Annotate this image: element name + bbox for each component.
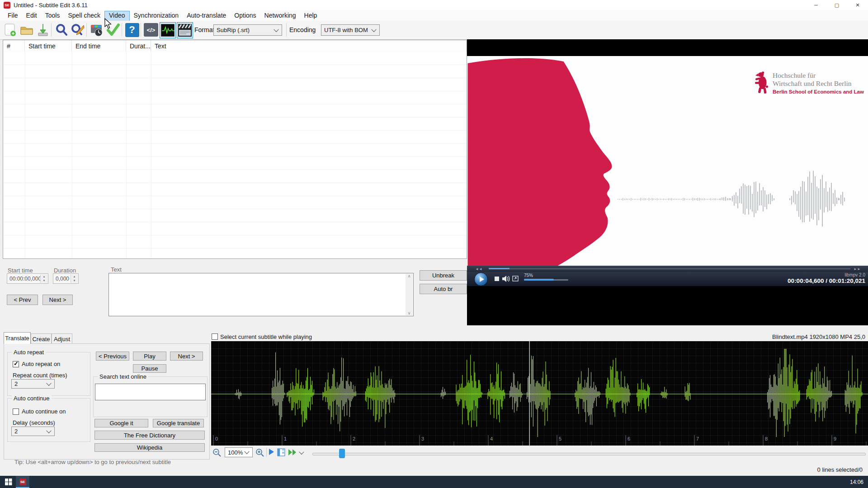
visual-sync-icon <box>90 23 104 37</box>
next-subtitle-button[interactable]: Next > <box>42 295 73 305</box>
auto-repeat-checkbox[interactable] <box>13 361 19 367</box>
video-player: Hochschule für Wirtschaft und Recht Berl… <box>467 39 868 325</box>
video-file-info: Blindtext.mp4 868x488 MP4 25,0 <box>772 333 865 340</box>
replace-button[interactable] <box>70 22 85 38</box>
auto-br-button[interactable]: Auto br <box>420 284 467 294</box>
chevron-down-icon <box>371 27 376 32</box>
waveform-zoom-select[interactable]: 100% <box>225 447 253 457</box>
status-lines-selected: 0 lines selected/0 <box>817 466 863 473</box>
tab-adjust[interactable]: Adjust <box>52 333 72 344</box>
scrollbar[interactable]: ∧∨ <box>406 274 413 315</box>
new-file-button[interactable] <box>2 22 18 38</box>
video-toggle-button[interactable] <box>177 22 193 38</box>
spinner-arrows-icon[interactable]: ▲▼ <box>71 274 78 283</box>
save-button[interactable] <box>35 22 51 38</box>
wikipedia-button[interactable]: Wikipedia <box>94 443 205 452</box>
subtitle-list[interactable]: #Start timeEnd timeDurat...Text <box>3 40 467 259</box>
close-button[interactable]: ✕ <box>847 0 868 10</box>
subtitle-text-area[interactable]: ∧∨ <box>108 273 414 316</box>
column-header-starttime[interactable]: Start time <box>25 40 72 52</box>
auto-continue-checkbox[interactable] <box>13 408 19 415</box>
tab-translate[interactable]: Translate <box>4 332 31 344</box>
free-dictionary-button[interactable]: The Free Dictionary <box>94 431 205 440</box>
search-text-input[interactable] <box>95 384 206 400</box>
scroll-down-icon[interactable]: ∨ <box>408 311 411 315</box>
menu-file[interactable]: File <box>4 11 22 20</box>
waveform-display[interactable]: 0123456789 <box>211 341 868 446</box>
format-label: Format <box>194 26 214 33</box>
start-time-field[interactable]: 00:00:00,000 ▲▼ <box>7 273 48 284</box>
svg-text:0: 0 <box>215 436 218 441</box>
video-seek-bar[interactable]: ◄◄ ►► <box>467 266 868 272</box>
encoding-select[interactable]: UTF-8 with BOM <box>321 24 380 36</box>
zoom-in-icon[interactable] <box>255 448 264 457</box>
column-header-durat[interactable]: Durat... <box>126 40 151 52</box>
bottom-panel: Translate Create Adjust Auto repeat Auto… <box>0 329 868 476</box>
select-current-subtitle-checkbox[interactable] <box>212 333 218 340</box>
chevron-down-icon <box>46 428 51 433</box>
slider-thumb[interactable] <box>339 449 345 458</box>
scroll-up-icon[interactable]: ∧ <box>408 274 411 278</box>
menu-synchronization[interactable]: Synchronization <box>130 11 183 20</box>
subtitle-edit-icon: SE <box>19 479 26 485</box>
taskbar-subtitle-edit[interactable]: SE <box>16 476 29 488</box>
chevron-down-icon[interactable] <box>299 450 304 455</box>
fast-forward-icon[interactable] <box>288 449 297 456</box>
open-folder-icon <box>20 24 33 36</box>
toolbar: ? </> Format SubRip (.srt) <box>0 21 868 40</box>
source-view-button[interactable]: </> <box>143 22 159 38</box>
google-it-button[interactable]: Google it <box>94 419 148 427</box>
zoom-out-icon[interactable] <box>212 448 222 457</box>
menu-edit[interactable]: Edit <box>22 11 41 20</box>
previous-button[interactable]: < Previous <box>96 352 129 361</box>
play-button[interactable] <box>474 272 488 286</box>
source-view-icon: </> <box>144 23 158 37</box>
menu-options[interactable]: Options <box>230 11 260 20</box>
next-button[interactable]: Next > <box>170 352 203 361</box>
column-header-text[interactable]: Text <box>151 40 467 52</box>
logo-text-line1: Hochschule für <box>773 71 864 80</box>
format-select[interactable]: SubRip (.srt) <box>213 24 282 36</box>
minimize-button[interactable]: ─ <box>806 0 826 10</box>
google-translate-button[interactable]: Google translate <box>153 419 204 427</box>
list-body[interactable] <box>3 52 467 258</box>
seek-forward-icon[interactable]: ►► <box>854 267 861 271</box>
column-header-#[interactable]: # <box>3 40 25 52</box>
column-header-endtime[interactable]: End time <box>72 40 126 52</box>
repeat-count-select[interactable]: 2 <box>11 379 55 389</box>
spinner-arrows-icon[interactable]: ▲▼ <box>40 274 47 283</box>
play-subtitle-button[interactable]: Play <box>133 352 166 361</box>
fullscreen-icon[interactable] <box>512 276 519 282</box>
waveform-position-slider[interactable] <box>312 453 866 455</box>
tab-create[interactable]: Create <box>31 333 52 344</box>
seek-track[interactable] <box>489 268 850 269</box>
engine-label: libmpv 2.0 <box>844 272 865 277</box>
video-columns-icon[interactable] <box>277 448 285 456</box>
stop-button[interactable] <box>495 277 499 281</box>
menu-tools[interactable]: Tools <box>41 11 64 20</box>
duration-field[interactable]: 0,000 ▲▼ <box>53 273 79 284</box>
visual-sync-button[interactable] <box>89 22 104 38</box>
logo-text-line3: Berlin School of Economics and Law <box>773 89 864 94</box>
waveform-toggle-button[interactable] <box>160 22 176 38</box>
taskbar-clock: 14:06 <box>850 479 863 485</box>
seek-back-icon[interactable]: ◄◄ <box>475 267 482 271</box>
menu-help[interactable]: Help <box>300 11 321 20</box>
maximize-button[interactable]: ▢ <box>826 0 847 10</box>
volume-icon[interactable] <box>502 275 510 282</box>
unbreak-button[interactable]: Unbreak <box>420 270 467 281</box>
menu-networking[interactable]: Networking <box>260 11 300 20</box>
waveform-play-icon[interactable] <box>269 449 274 455</box>
open-file-button[interactable] <box>19 22 34 38</box>
help-button[interactable]: ? <box>124 22 140 38</box>
windows-start-icon[interactable] <box>5 479 12 485</box>
menu-auto-translate[interactable]: Auto-translate <box>183 11 230 20</box>
delay-select[interactable]: 2 <box>11 427 55 436</box>
clapperboard-icon <box>178 24 192 37</box>
pause-button[interactable]: Pause <box>133 364 166 373</box>
menu-spell-check[interactable]: Spell check <box>64 11 104 20</box>
find-button[interactable] <box>54 22 69 38</box>
prev-subtitle-button[interactable]: < Prev <box>7 295 38 305</box>
video-frame[interactable]: Hochschule für Wirtschaft und Recht Berl… <box>467 56 868 283</box>
edit-panel: Start time 00:00:00,000 ▲▼ Duration 0,00… <box>0 259 467 329</box>
